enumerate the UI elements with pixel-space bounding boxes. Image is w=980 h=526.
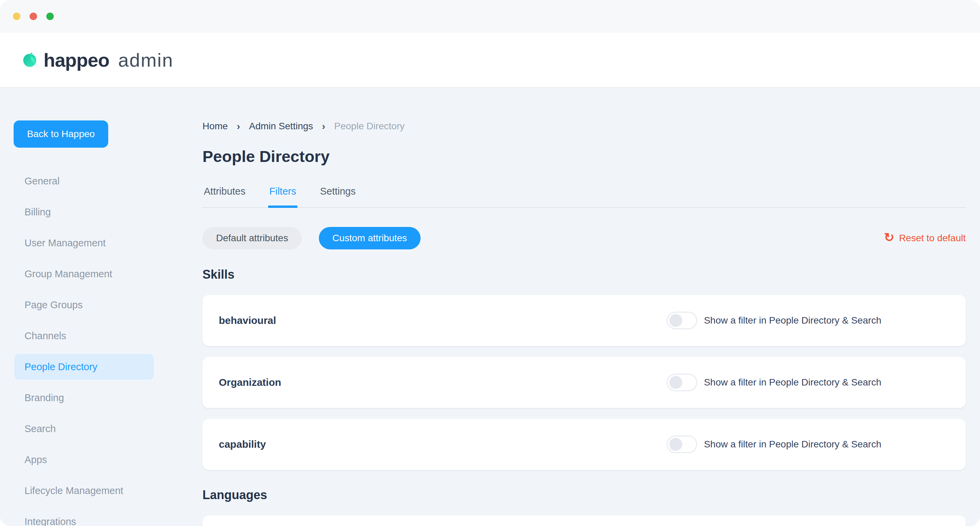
tab-filters[interactable]: Filters	[268, 185, 298, 208]
attribute-name: behavioural	[219, 315, 667, 326]
product-name: admin	[118, 49, 173, 71]
attribute-card-behavioural: behavioural Show a filter in People Dire…	[202, 295, 966, 346]
section-heading-skills: Skills	[202, 267, 966, 282]
filter-toggle-group: Show a filter in People Directory & Sear…	[667, 373, 881, 391]
attribute-name: Organization	[219, 377, 667, 388]
app-window: happeo admin Back to Happeo General Bill…	[0, 0, 980, 526]
sidebar-nav: General Billing User Management Group Ma…	[0, 168, 184, 526]
filter-toggle-group: Show a filter in People Directory & Sear…	[667, 435, 881, 453]
breadcrumb-admin-settings[interactable]: Admin Settings	[249, 121, 313, 132]
sidebar-item-billing[interactable]: Billing	[14, 199, 154, 225]
sidebar-item-group-management[interactable]: Group Management	[14, 261, 154, 287]
attribute-card-capability: capability Show a filter in People Direc…	[202, 419, 966, 470]
show-filter-toggle[interactable]	[667, 311, 697, 329]
zoom-window-button[interactable]	[46, 13, 54, 20]
toggle-label: Show a filter in People Directory & Sear…	[704, 439, 881, 450]
sidebar-item-branding[interactable]: Branding	[14, 385, 154, 411]
happeo-leaf-icon	[22, 52, 38, 68]
toggle-label: Show a filter in People Directory & Sear…	[704, 377, 881, 388]
sidebar-item-lifecycle-management[interactable]: Lifecycle Management	[14, 478, 154, 504]
breadcrumb: Home › Admin Settings › People Directory	[202, 121, 966, 132]
attribute-card-organization: Organization Show a filter in People Dir…	[202, 357, 966, 408]
attribute-card-partial	[202, 515, 966, 526]
attribute-name: capability	[219, 439, 667, 450]
filter-toggle-group: Show a filter in People Directory & Sear…	[667, 311, 881, 329]
tab-settings[interactable]: Settings	[318, 185, 357, 208]
window-controls	[13, 13, 54, 20]
reset-to-default-button[interactable]: ↻ Reset to default	[884, 232, 966, 244]
sidebar-item-integrations[interactable]: Integrations	[14, 509, 154, 526]
sidebar-item-people-directory[interactable]: People Directory	[14, 354, 154, 380]
custom-attributes-button[interactable]: Custom attributes	[319, 227, 421, 249]
page-title: People Directory	[202, 147, 966, 166]
toggle-knob	[669, 438, 682, 451]
sidebar-item-apps[interactable]: Apps	[14, 447, 154, 473]
back-to-happeo-button[interactable]: Back to Happeo	[14, 121, 108, 148]
window-titlebar	[0, 0, 980, 33]
tab-bar: Attributes Filters Settings	[202, 185, 966, 208]
chevron-right-icon: ›	[320, 121, 327, 132]
sidebar-item-channels[interactable]: Channels	[14, 323, 154, 349]
minimize-window-button[interactable]	[13, 13, 21, 20]
sidebar-item-search[interactable]: Search	[14, 416, 154, 442]
main-panel: Home › Admin Settings › People Directory…	[184, 88, 980, 526]
toggle-knob	[669, 376, 682, 389]
refresh-icon: ↻	[884, 231, 894, 244]
close-window-button[interactable]	[30, 13, 37, 20]
reset-to-default-label: Reset to default	[899, 233, 966, 244]
show-filter-toggle[interactable]	[667, 435, 697, 453]
filters-toolbar: Default attributes Custom attributes ↻ R…	[202, 227, 966, 249]
default-attributes-button[interactable]: Default attributes	[202, 227, 302, 249]
content-area: Back to Happeo General Billing User Mana…	[0, 88, 980, 526]
toggle-label: Show a filter in People Directory & Sear…	[704, 315, 881, 326]
admin-sidebar: Back to Happeo General Billing User Mana…	[0, 88, 184, 526]
sidebar-item-general[interactable]: General	[14, 168, 154, 194]
section-heading-languages: Languages	[202, 488, 966, 502]
happeo-logo: happeo admin	[22, 49, 173, 71]
sidebar-item-user-management[interactable]: User Management	[14, 230, 154, 256]
app-header: happeo admin	[0, 33, 980, 88]
show-filter-toggle[interactable]	[667, 373, 697, 391]
chevron-right-icon: ›	[235, 121, 242, 132]
breadcrumb-home[interactable]: Home	[202, 121, 228, 132]
brand-name: happeo	[43, 49, 109, 71]
breadcrumb-people-directory: People Directory	[334, 121, 404, 132]
sidebar-item-page-groups[interactable]: Page Groups	[14, 292, 154, 318]
toggle-knob	[669, 314, 682, 327]
tab-attributes[interactable]: Attributes	[202, 185, 247, 208]
